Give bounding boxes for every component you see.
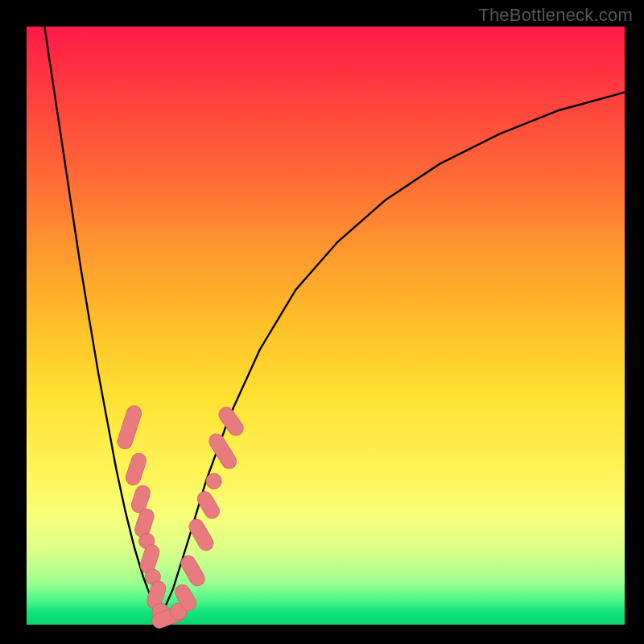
chart-overlay <box>0 0 644 644</box>
data-marker <box>147 552 152 566</box>
data-marker <box>226 415 236 428</box>
data-marker <box>142 516 147 530</box>
data-marker <box>188 564 197 579</box>
data-marker <box>134 460 139 477</box>
data-marker <box>196 526 206 543</box>
data-marker <box>204 499 212 511</box>
chart-frame: TheBottleneck.com <box>0 0 644 644</box>
curve-layer <box>44 27 625 616</box>
data-marker <box>125 413 134 441</box>
marker-layer <box>125 413 236 621</box>
data-marker <box>206 473 221 489</box>
data-marker <box>138 493 142 506</box>
curve-right-branch <box>161 93 625 616</box>
data-marker <box>183 592 189 604</box>
data-marker <box>155 588 159 601</box>
